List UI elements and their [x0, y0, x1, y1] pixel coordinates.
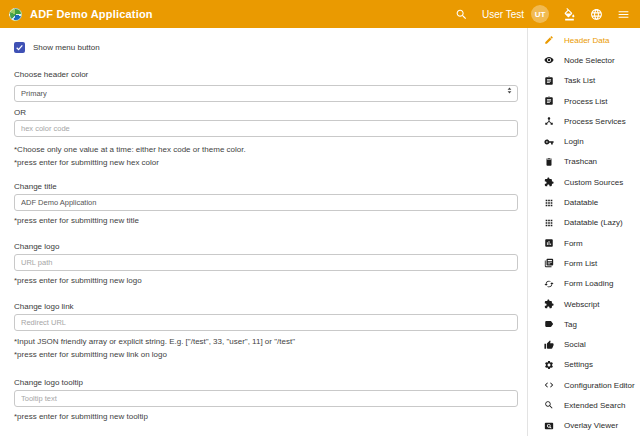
trash-icon	[544, 157, 554, 167]
key-icon	[544, 137, 554, 147]
sync-icon	[544, 279, 554, 289]
sidebar-item-datatable[interactable]: Datatable	[528, 192, 640, 212]
tooltip-hint: *press enter for submitting new tooltip	[14, 412, 518, 421]
app-header: ADF Demo Application User Test UT	[0, 0, 640, 28]
puzzle-icon	[544, 299, 554, 309]
hex-color-input[interactable]	[14, 120, 518, 137]
change-title-label: Change title	[14, 182, 518, 191]
sidebar-item-extended-search[interactable]: Extended Search	[528, 395, 640, 415]
device-hub-icon	[544, 116, 554, 126]
color-fill-icon[interactable]	[563, 8, 576, 21]
color-hint: *press enter for submitting new hex colo…	[14, 158, 518, 167]
change-logo-label: Change logo	[14, 242, 518, 251]
title-hint: *press enter for submitting new title	[14, 216, 518, 225]
show-menu-checkbox[interactable]	[14, 42, 25, 53]
sidebar-item-form[interactable]: Form	[528, 233, 640, 253]
books-icon	[544, 258, 554, 268]
user-name: User Test	[482, 9, 524, 20]
logo-input[interactable]	[14, 254, 518, 271]
sidebar-item-task-list[interactable]: Task List	[528, 71, 640, 91]
sidebar-item-webscript[interactable]: Webscript	[528, 294, 640, 314]
sidebar-item-trashcan[interactable]: Trashcan	[528, 152, 640, 172]
app-sidebar: Header Data Node Selector Task List Proc…	[527, 28, 640, 436]
tag-icon	[544, 319, 554, 329]
settings-panel: Show menu button Choose header color Pri…	[0, 28, 527, 436]
gear-icon	[544, 360, 554, 370]
change-tooltip-label: Change logo tooltip	[14, 378, 518, 387]
logo-hint: *press enter for submitting new logo	[14, 276, 518, 285]
search-icon	[544, 400, 554, 410]
color-hint: *Choose only one value at a time: either…	[14, 145, 518, 154]
check-icon	[15, 43, 24, 52]
sidebar-item-node-selector[interactable]: Node Selector	[528, 50, 640, 70]
avatar[interactable]: UT	[531, 5, 549, 23]
sidebar-item-social[interactable]: Social	[528, 334, 640, 354]
show-menu-label: Show menu button	[33, 43, 100, 52]
sidebar-item-form-loading[interactable]: Form Loading	[528, 274, 640, 294]
logo-link-input[interactable]	[14, 314, 518, 331]
app-title: ADF Demo Application	[30, 8, 153, 20]
adf-logo-icon[interactable]	[9, 8, 22, 21]
sidebar-item-custom-sources[interactable]: Custom Sources	[528, 172, 640, 192]
title-input[interactable]	[14, 194, 518, 211]
grid-icon	[544, 198, 554, 208]
tooltip-input[interactable]	[14, 390, 518, 407]
header-color-label: Choose header color	[14, 70, 518, 79]
clipboard-icon	[544, 76, 554, 86]
pencil-icon	[544, 35, 554, 45]
search-icon[interactable]	[455, 8, 468, 21]
logo-link-hint: *press enter for submitting new link on …	[14, 350, 518, 359]
puzzle-icon	[544, 177, 554, 187]
grid-icon	[544, 218, 554, 228]
or-label: OR	[14, 108, 518, 117]
thumb-up-icon	[544, 340, 554, 350]
clipboard-icon	[544, 96, 554, 106]
sidebar-item-process-services[interactable]: Process Services	[528, 111, 640, 131]
sidebar-item-settings[interactable]: Settings	[528, 355, 640, 375]
eye-icon	[544, 55, 554, 65]
sidebar-item-datatable-lazy[interactable]: Datatable (Lazy)	[528, 213, 640, 233]
language-icon[interactable]	[590, 8, 603, 21]
pageview-icon	[544, 421, 554, 431]
sidebar-item-configuration-editor[interactable]: Configuration Editor	[528, 375, 640, 395]
chart-icon	[544, 238, 554, 248]
sidebar-item-overlay-viewer[interactable]: Overlay Viewer	[528, 416, 640, 436]
logo-link-hint: *Input JSON friendly array or explicit s…	[14, 337, 518, 346]
sidebar-item-tag[interactable]: Tag	[528, 314, 640, 334]
sidebar-item-header-data[interactable]: Header Data	[528, 30, 640, 50]
code-icon	[544, 380, 554, 390]
change-logo-link-label: Change logo link	[14, 302, 518, 311]
menu-icon[interactable]	[617, 8, 630, 21]
header-color-select[interactable]: Primary	[14, 85, 518, 102]
sidebar-item-process-list[interactable]: Process List	[528, 91, 640, 111]
sidebar-item-login[interactable]: Login	[528, 131, 640, 151]
sidebar-item-form-list[interactable]: Form List	[528, 253, 640, 273]
